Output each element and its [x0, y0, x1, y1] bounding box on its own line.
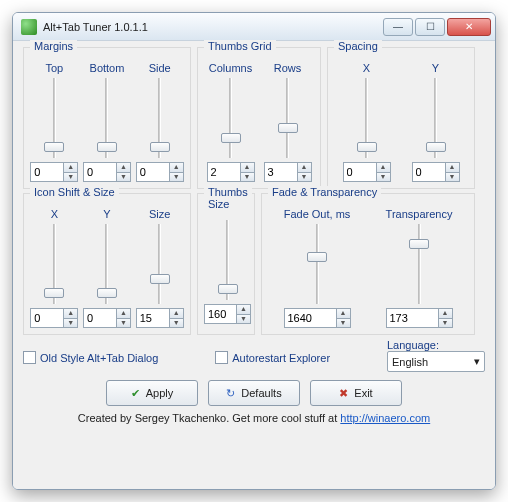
spin-input[interactable]	[386, 308, 439, 328]
slider-col: X▲▼	[343, 62, 391, 182]
spin-down[interactable]: ▼	[336, 318, 351, 328]
spin-down[interactable]: ▼	[236, 314, 251, 324]
slider-col: Top▲▼	[30, 62, 78, 182]
checkbox-icon[interactable]	[215, 351, 228, 364]
close-button[interactable]: ✕	[447, 18, 491, 36]
old-style-label: Old Style Alt+Tab Dialog	[40, 352, 158, 364]
spin-down[interactable]: ▼	[297, 172, 312, 182]
legend-margins: Margins	[30, 40, 77, 52]
spin-input[interactable]	[204, 304, 237, 324]
spin-input[interactable]	[284, 308, 337, 328]
slider-thumb[interactable]	[97, 288, 117, 298]
spin-down[interactable]: ▼	[376, 172, 391, 182]
spin-up[interactable]: ▲	[116, 162, 131, 172]
slider-thumb[interactable]	[150, 142, 170, 152]
checkbox-icon[interactable]	[23, 351, 36, 364]
minimize-button[interactable]: —	[383, 18, 413, 36]
spin-input[interactable]	[30, 308, 64, 328]
spin-down[interactable]: ▼	[63, 318, 78, 328]
slider-thumb[interactable]	[150, 274, 170, 284]
footer-text: Created by Sergey Tkachenko. Get more co…	[23, 412, 485, 424]
slider-label: Side	[149, 62, 171, 74]
spin-up[interactable]: ▲	[169, 162, 184, 172]
group-margins: Margins Top▲▼Bottom▲▼Side▲▼	[23, 47, 191, 189]
spin-input[interactable]	[136, 162, 170, 182]
spin-down[interactable]: ▼	[116, 318, 131, 328]
slider-track[interactable]	[220, 78, 242, 158]
exit-button[interactable]: ✖ Exit	[310, 380, 402, 406]
slider-thumb[interactable]	[221, 133, 241, 143]
spin-up[interactable]: ▲	[63, 308, 78, 318]
spin-up[interactable]: ▲	[236, 304, 251, 314]
slider-track[interactable]	[425, 78, 447, 158]
slider-track[interactable]	[96, 224, 118, 304]
slider-thumb[interactable]	[426, 142, 446, 152]
spin-down[interactable]: ▼	[445, 172, 460, 182]
maximize-button[interactable]: ☐	[415, 18, 445, 36]
apply-button[interactable]: ✔ Apply	[106, 380, 198, 406]
group-icon-shift: Icon Shift & Size X▲▼Y▲▼Size▲▼	[23, 193, 191, 335]
spin-down[interactable]: ▼	[240, 172, 255, 182]
spin-input[interactable]	[83, 162, 117, 182]
slider-track[interactable]	[408, 224, 430, 304]
spin-input[interactable]	[343, 162, 377, 182]
refresh-icon: ↻	[226, 387, 235, 400]
slider-thumb[interactable]	[97, 142, 117, 152]
slider-thumb[interactable]	[218, 284, 238, 294]
spin-up[interactable]: ▲	[376, 162, 391, 172]
language-label: Language:	[387, 339, 439, 351]
autorestart-checkbox-row[interactable]: Autorestart Explorer	[215, 351, 330, 364]
spin-up[interactable]: ▲	[63, 162, 78, 172]
spin-up[interactable]: ▲	[116, 308, 131, 318]
window-title: Alt+Tab Tuner 1.0.1.1	[43, 21, 383, 33]
spin-input[interactable]	[412, 162, 446, 182]
group-thumbs-size: Thumbs Size ▲▼	[197, 193, 255, 335]
footer-link[interactable]: http://winaero.com	[340, 412, 430, 424]
slider-col: Y▲▼	[412, 62, 460, 182]
slider-thumb[interactable]	[357, 142, 377, 152]
slider-label: Y	[432, 62, 439, 74]
app-icon	[21, 19, 37, 35]
slider-thumb[interactable]	[409, 239, 429, 249]
old-style-checkbox-row[interactable]: Old Style Alt+Tab Dialog	[23, 351, 158, 364]
slider-track[interactable]	[43, 78, 65, 158]
spin-input[interactable]	[264, 162, 298, 182]
titlebar[interactable]: Alt+Tab Tuner 1.0.1.1 — ☐ ✕	[13, 13, 495, 41]
spin-input[interactable]	[136, 308, 170, 328]
spin-input[interactable]	[83, 308, 117, 328]
slider-thumb[interactable]	[278, 123, 298, 133]
spin-down[interactable]: ▼	[116, 172, 131, 182]
slider-track[interactable]	[43, 224, 65, 304]
spin-up[interactable]: ▲	[240, 162, 255, 172]
slider-track[interactable]	[96, 78, 118, 158]
slider-track[interactable]	[149, 224, 171, 304]
slider-track[interactable]	[217, 220, 239, 300]
spin-up[interactable]: ▲	[438, 308, 453, 318]
slider-label: Rows	[274, 62, 302, 74]
spin-down[interactable]: ▼	[169, 172, 184, 182]
spin-up[interactable]: ▲	[336, 308, 351, 318]
defaults-button[interactable]: ↻ Defaults	[208, 380, 300, 406]
slider-thumb[interactable]	[307, 252, 327, 262]
language-select[interactable]: English ▾	[387, 351, 485, 372]
legend-icon-shift: Icon Shift & Size	[30, 186, 119, 198]
spin-input[interactable]	[30, 162, 64, 182]
spin-down[interactable]: ▼	[169, 318, 184, 328]
group-spacing: Spacing X▲▼Y▲▼	[327, 47, 475, 189]
spin-up[interactable]: ▲	[445, 162, 460, 172]
slider-thumb[interactable]	[44, 142, 64, 152]
spin-down[interactable]: ▼	[438, 318, 453, 328]
legend-spacing: Spacing	[334, 40, 382, 52]
spin-down[interactable]: ▼	[63, 172, 78, 182]
spin-input[interactable]	[207, 162, 241, 182]
slider-track[interactable]	[306, 224, 328, 304]
spin-up[interactable]: ▲	[297, 162, 312, 172]
slider-thumb[interactable]	[44, 288, 64, 298]
slider-label: Bottom	[90, 62, 125, 74]
check-icon: ✔	[131, 387, 140, 400]
slider-track[interactable]	[356, 78, 378, 158]
slider-track[interactable]	[277, 78, 299, 158]
slider-track[interactable]	[149, 78, 171, 158]
close-icon: ✖	[339, 387, 348, 400]
spin-up[interactable]: ▲	[169, 308, 184, 318]
